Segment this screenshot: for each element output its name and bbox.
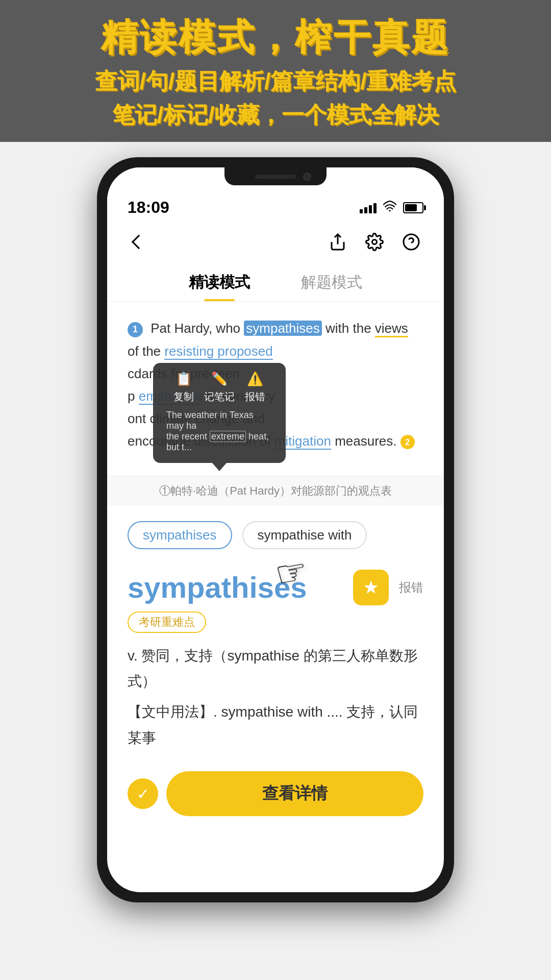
status-icons — [360, 201, 423, 215]
word-views[interactable]: views — [375, 321, 408, 337]
share-button[interactable] — [325, 230, 350, 254]
header-subtitle-1: 查词/句/题目解析/篇章结构/重难考点 — [20, 64, 531, 98]
back-button[interactable] — [128, 231, 150, 253]
status-time: 18:09 — [128, 198, 169, 217]
para-badge-2: 2 — [400, 435, 415, 449]
help-button[interactable] — [399, 230, 423, 254]
translation-text: ①帕特·哈迪（Pat Hardy）对能源部门的观点表 — [159, 484, 392, 497]
notch-speaker — [255, 175, 296, 179]
word-report-button[interactable]: 报错 — [399, 579, 423, 596]
battery-icon — [403, 202, 423, 213]
word-main-title: sympathises — [128, 570, 343, 604]
wifi-icon — [383, 201, 397, 215]
word-resisting-proposed[interactable]: resisting proposed — [164, 344, 272, 360]
phone-screen: 18:09 — [107, 167, 444, 892]
word-difficulty-tag: 考研重难点 — [128, 611, 206, 633]
header-title: 精读模式，榨干真题 — [20, 15, 531, 59]
settings-button[interactable] — [362, 230, 387, 254]
word-usage: 【文中用法】. sympathise with .... 支持，认同某事 — [128, 699, 423, 751]
phone-wrapper: 18:09 — [0, 142, 551, 902]
translation-bar: ①帕特·哈迪（Pat Hardy）对能源部门的观点表 — [107, 476, 444, 506]
bottom-btn-area: ✓ 查看详情 — [107, 761, 444, 837]
top-bar — [107, 222, 444, 262]
content-wrapper: 1 Pat Hardy, who sympathises with the vi… — [107, 302, 444, 475]
phone-notch — [224, 167, 327, 185]
menu-copy[interactable]: 📋 复制 — [173, 371, 194, 404]
view-detail-button[interactable]: 查看详情 — [166, 771, 423, 816]
tab-jingdu[interactable]: 精读模式 — [184, 267, 255, 301]
svg-point-1 — [372, 240, 377, 244]
phone-frame: 18:09 — [97, 157, 454, 902]
word-detail: sympathises ★ 报错 考研重难点 v. 赞同，支持（sympathi… — [107, 559, 444, 762]
header-subtitle-2: 笔记/标记/收藏，一个模式全解决 — [20, 98, 531, 132]
para-number: 1 — [128, 322, 143, 337]
word-star-button[interactable]: ★ — [353, 570, 389, 605]
bottom-check-icon: ✓ — [128, 778, 158, 809]
word-option-sympathises[interactable]: sympathises — [128, 521, 232, 549]
word-option-sympathise-with[interactable]: sympathise with — [242, 521, 367, 549]
word-sympathises-highlight[interactable]: sympathises — [244, 321, 322, 336]
header-banner: 精读模式，榨干真题 查词/句/题目解析/篇章结构/重难考点 笔记/标记/收藏，一… — [0, 0, 551, 142]
tab-jieti[interactable]: 解题模式 — [296, 267, 367, 301]
word-options: sympathises sympathise with — [107, 506, 444, 559]
menu-report[interactable]: ⚠️ 报错 — [245, 371, 265, 404]
word-definition: v. 赞同，支持（sympathise 的第三人称单数形式） — [128, 643, 423, 695]
menu-note[interactable]: ✏️ 记笔记 — [204, 371, 235, 404]
tab-bar: 精读模式 解题模式 — [107, 262, 444, 302]
svg-point-0 — [389, 210, 390, 211]
context-menu: 📋 复制 ✏️ 记笔记 ⚠️ 报错 The weather in Texas m… — [153, 363, 286, 463]
signal-icon — [360, 202, 377, 213]
notch-camera — [303, 173, 311, 181]
top-icons — [325, 230, 423, 254]
context-hint: The weather in Texas may hathe recent ex… — [163, 408, 276, 455]
